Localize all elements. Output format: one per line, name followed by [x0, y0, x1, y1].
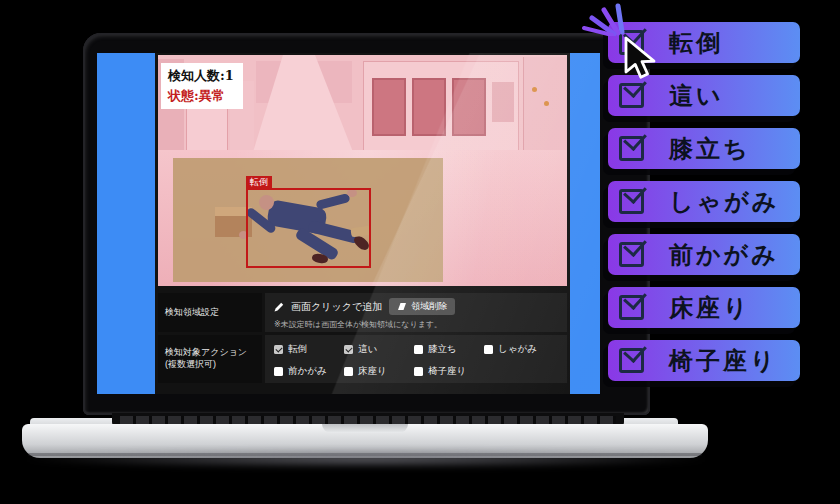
posture-label: 床座り [669, 292, 751, 324]
action-checkbox-item[interactable]: 這い [344, 343, 414, 356]
robot-arm-detail [532, 87, 537, 92]
checkbox-icon[interactable] [274, 367, 283, 376]
action-checkbox-item[interactable]: 転倒 [274, 343, 344, 356]
checked-checkbox-icon [619, 295, 644, 320]
eraser-icon [397, 302, 407, 311]
action-settings-content: 転倒 這い 膝立ち [265, 335, 567, 383]
region-settings-note: ※未設定時は画面全体が検知領域になります。 [274, 319, 558, 330]
marketing-scene: 転倒 検知人数:1 状態:異常 検知領域設定 画面クリック [0, 0, 840, 504]
detection-bounding-box [246, 188, 371, 268]
robot-arm-detail [544, 101, 549, 106]
checked-checkbox-icon [619, 189, 644, 214]
checkbox-icon[interactable] [414, 345, 423, 354]
action-checkbox-item[interactable]: 膝立ち [414, 343, 484, 356]
click-burst-icon [578, 0, 630, 36]
machine-glass-door [372, 78, 406, 136]
action-checkbox-item[interactable]: 床座り [344, 365, 414, 378]
action-checkbox-item[interactable]: 椅子座り [414, 365, 484, 378]
machine-glass-door [412, 78, 446, 136]
posture-checklist-button[interactable]: 膝立ち [608, 128, 800, 169]
posture-label: 前かがみ [669, 239, 779, 271]
detection-bbox-label: 転倒 [246, 176, 272, 188]
checkbox-icon[interactable] [344, 345, 353, 354]
posture-label: しゃがみ [669, 186, 779, 218]
mouse-cursor-icon [624, 36, 658, 80]
posture-label: 転倒 [669, 27, 723, 59]
checkbox-icon[interactable] [344, 367, 353, 376]
region-settings-label: 検知領域設定 [158, 293, 262, 332]
checked-checkbox-icon [619, 348, 644, 373]
action-checkbox-group: 転倒 這い 膝立ち [274, 340, 558, 378]
add-region-by-click-label[interactable]: 画面クリックで追加 [291, 300, 382, 314]
camera-feed[interactable]: 転倒 検知人数:1 状態:異常 [158, 55, 567, 286]
status-abnormal-text: 状態:異常 [168, 86, 234, 106]
action-settings-label: 検知対象アクション (複数選択可) [158, 335, 262, 383]
posture-label: 椅子座り [669, 345, 778, 377]
posture-checklist-button[interactable]: 床座り [608, 287, 800, 328]
delete-region-button[interactable]: 領域削除 [389, 298, 455, 315]
action-checkbox-label: 床座り [358, 365, 387, 378]
lid-notch [322, 424, 408, 433]
action-checkbox-item[interactable]: 前かがみ [274, 365, 344, 378]
action-checkbox-label: 前かがみ [288, 365, 327, 378]
posture-checklist-button[interactable]: 這い [608, 75, 800, 116]
laptop-display: 転倒 検知人数:1 状態:異常 検知領域設定 画面クリック [97, 53, 600, 394]
machine-panel [492, 82, 514, 122]
checked-checkbox-icon [619, 83, 644, 108]
checked-checkbox-icon [619, 136, 644, 161]
region-settings-row: 検知領域設定 画面クリックで追加 領域削除 [158, 293, 567, 332]
detection-app-window: 転倒 検知人数:1 状態:異常 検知領域設定 画面クリック [155, 53, 570, 394]
checkbox-icon[interactable] [414, 367, 423, 376]
checkbox-icon[interactable] [484, 345, 493, 354]
posture-checklist-button[interactable]: 椅子座り [608, 340, 800, 381]
posture-checklist-button[interactable]: 前かがみ [608, 234, 800, 275]
factory-machine-large [363, 61, 519, 152]
posture-label: 這い [669, 80, 724, 112]
action-checkbox-item[interactable]: しゃがみ [484, 343, 554, 356]
action-checkbox-label: しゃがみ [498, 343, 537, 356]
action-checkbox-label: 膝立ち [428, 343, 457, 356]
posture-label: 膝立ち [669, 133, 751, 165]
checked-checkbox-icon [619, 242, 644, 267]
detected-count-text: 検知人数:1 [168, 66, 234, 86]
factory-machine [523, 57, 567, 152]
action-settings-row: 検知対象アクション (複数選択可) 転倒 [158, 335, 567, 383]
action-checkbox-label: 椅子座り [428, 365, 466, 378]
keyboard-keys [120, 416, 616, 424]
detection-status-overlay: 検知人数:1 状態:異常 [161, 63, 243, 109]
region-settings-content: 画面クリックで追加 領域削除 ※未設定時は画面全体が検知領域になります。 [265, 293, 567, 332]
checkbox-icon[interactable] [274, 345, 283, 354]
machine-glass-door [452, 78, 486, 136]
action-checkbox-label: 這い [358, 343, 377, 356]
action-checkbox-label: 転倒 [288, 343, 307, 356]
laptop-shadow [26, 450, 706, 468]
pencil-icon [274, 302, 284, 312]
posture-checklist-button[interactable]: しゃがみ [608, 181, 800, 222]
